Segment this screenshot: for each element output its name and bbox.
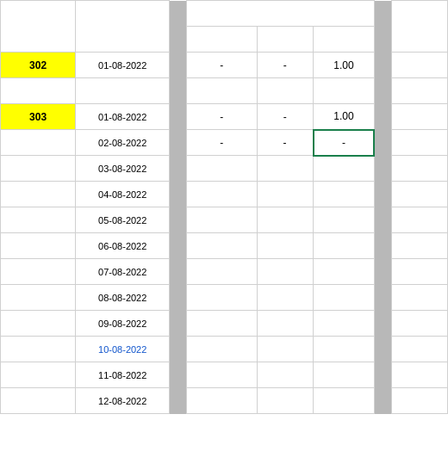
b-cell[interactable]: [391, 182, 447, 207]
a2-cell[interactable]: [257, 78, 313, 104]
flat-no-cell: 303: [1, 104, 76, 130]
buffalo-cell[interactable]: [186, 388, 257, 414]
a2-cell[interactable]: [257, 362, 313, 388]
a2-cell[interactable]: -: [257, 104, 313, 130]
a2-cell[interactable]: [257, 285, 313, 311]
sale-date-cell: 02-08-2022: [76, 130, 170, 156]
buffalo-cell[interactable]: [186, 233, 257, 259]
sale-date-cell: 07-08-2022: [76, 259, 170, 285]
buffalo-cell[interactable]: [186, 156, 257, 182]
buffalo-cell[interactable]: [186, 337, 257, 362]
gray-divider-1: [170, 233, 187, 259]
a2-cell[interactable]: [257, 259, 313, 285]
jersey-cell[interactable]: 1.00: [314, 104, 375, 130]
jersey-cell[interactable]: [314, 285, 375, 311]
buffalo-cell[interactable]: -: [186, 104, 257, 130]
table-row: 30301-08-2022--1.00: [1, 104, 448, 130]
flat-no-cell: [1, 259, 76, 285]
buffalo-cell[interactable]: [186, 182, 257, 207]
jersey-cell[interactable]: -: [314, 130, 375, 156]
table-row: [1, 78, 448, 104]
jersey-cell[interactable]: 1.00: [314, 53, 375, 78]
table-row: 10-08-2022: [1, 337, 448, 362]
a2-cell[interactable]: [257, 207, 313, 233]
gray-divider-1: [170, 388, 187, 414]
gray-divider-1: [170, 285, 187, 311]
table-row: 05-08-2022: [1, 207, 448, 233]
month-header-row: [1, 1, 448, 27]
gray-divider-2: [374, 182, 391, 207]
b-cell[interactable]: [391, 311, 447, 337]
table-row: 30201-08-2022--1.00: [1, 53, 448, 78]
b-cell[interactable]: [391, 207, 447, 233]
buffalo-cell[interactable]: [186, 311, 257, 337]
b-cell[interactable]: [391, 259, 447, 285]
flatno-header: [1, 1, 76, 53]
sale-date-cell: 01-08-2022: [76, 53, 170, 78]
jersey-cell[interactable]: [314, 156, 375, 182]
a2-cell[interactable]: [257, 311, 313, 337]
jersey-cell[interactable]: [314, 207, 375, 233]
gray-divider-1: [170, 104, 187, 130]
sale-date-cell: 08-08-2022: [76, 285, 170, 311]
gray-divider-2: [374, 207, 391, 233]
a2-cell[interactable]: [257, 156, 313, 182]
jersey-cell[interactable]: [314, 362, 375, 388]
a2-cell[interactable]: [257, 233, 313, 259]
flat-no-cell: [1, 78, 76, 104]
flat-no-cell: [1, 311, 76, 337]
jersey-cell[interactable]: [314, 233, 375, 259]
b-cell[interactable]: [391, 78, 447, 104]
table-row: 03-08-2022: [1, 156, 448, 182]
b-header: [391, 1, 447, 53]
flat-no-cell: [1, 388, 76, 414]
gray-divider-2: [374, 130, 391, 156]
jersey-cell[interactable]: [314, 182, 375, 207]
buffalo-cell[interactable]: -: [186, 130, 257, 156]
b-cell[interactable]: [391, 337, 447, 362]
flat-no-cell: [1, 182, 76, 207]
gray-divider-1: [170, 78, 187, 104]
flat-no-cell: [1, 156, 76, 182]
a2-cell[interactable]: [257, 337, 313, 362]
a2-cell[interactable]: -: [257, 130, 313, 156]
b-cell[interactable]: [391, 362, 447, 388]
gray-divider-1: [170, 53, 187, 78]
b-cell[interactable]: [391, 388, 447, 414]
sale-date-cell: 01-08-2022: [76, 104, 170, 130]
table-row: 06-08-2022: [1, 233, 448, 259]
jersey-cell[interactable]: [314, 259, 375, 285]
b-cell[interactable]: [391, 130, 447, 156]
gray-divider-2: [374, 337, 391, 362]
jersey-cell[interactable]: [314, 311, 375, 337]
sale-date-cell: 06-08-2022: [76, 233, 170, 259]
jersey-cell[interactable]: [314, 78, 375, 104]
buffalo-cell[interactable]: [186, 78, 257, 104]
buffalo-cell[interactable]: [186, 362, 257, 388]
buffalo-header: [186, 27, 257, 53]
flat-no-cell: [1, 130, 76, 156]
jersey-header: [314, 27, 375, 53]
buffalo-cell[interactable]: -: [186, 53, 257, 78]
month-span: [186, 1, 374, 27]
b-cell[interactable]: [391, 156, 447, 182]
a2-cell[interactable]: -: [257, 53, 313, 78]
sale-date-cell: 10-08-2022: [76, 337, 170, 362]
table-row: 12-08-2022: [1, 388, 448, 414]
b-cell[interactable]: [391, 53, 447, 78]
flat-no-cell: [1, 362, 76, 388]
table-row: 04-08-2022: [1, 182, 448, 207]
buffalo-cell[interactable]: [186, 207, 257, 233]
jersey-cell[interactable]: [314, 388, 375, 414]
b-cell[interactable]: [391, 285, 447, 311]
sale-date-cell: 04-08-2022: [76, 182, 170, 207]
b-cell[interactable]: [391, 233, 447, 259]
buffalo-cell[interactable]: [186, 285, 257, 311]
jersey-cell[interactable]: [314, 337, 375, 362]
buffalo-cell[interactable]: [186, 259, 257, 285]
b-cell[interactable]: [391, 104, 447, 130]
a2-cell[interactable]: [257, 388, 313, 414]
a2-cell[interactable]: [257, 182, 313, 207]
table-row: 08-08-2022: [1, 285, 448, 311]
saledate-header: [76, 1, 170, 53]
